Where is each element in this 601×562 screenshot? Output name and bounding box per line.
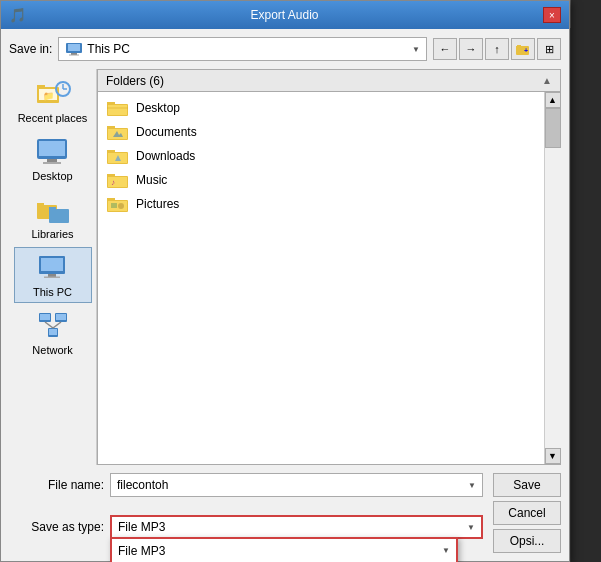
up-folder-button[interactable]: ↑ — [485, 38, 509, 60]
svg-rect-6 — [517, 45, 521, 47]
back-button[interactable]: ← — [433, 38, 457, 60]
scroll-up[interactable]: ▲ — [545, 92, 561, 108]
folder-icon — [106, 146, 130, 166]
svg-rect-28 — [40, 314, 50, 320]
save-in-arrow: ▼ — [412, 45, 420, 54]
svg-rect-30 — [56, 314, 66, 320]
network-icon — [33, 310, 73, 342]
filename-arrow: ▼ — [468, 481, 476, 490]
folders-header-label: Folders (6) — [106, 74, 164, 88]
folder-name: Documents — [136, 125, 197, 139]
save-button[interactable]: Save — [493, 473, 561, 497]
file-name-input[interactable]: filecontoh ▼ — [110, 473, 483, 497]
list-item[interactable]: Desktop — [98, 96, 544, 120]
cancel-button[interactable]: Cancel — [493, 501, 561, 525]
sidebar-item-desktop[interactable]: Desktop — [14, 131, 92, 187]
file-list-area: Folders (6) ▲ — [97, 69, 561, 465]
folder-name: Pictures — [136, 197, 179, 211]
svg-rect-9 — [37, 85, 45, 88]
list-item[interactable]: ♪ Music — [98, 168, 544, 192]
sidebar-item-recent-places[interactable]: 📁 Recent places — [14, 73, 92, 129]
save-in-combo[interactable]: This PC ▼ — [58, 37, 427, 61]
export-audio-dialog: 🎵 Export Audio × Save in: This PC — [0, 0, 570, 562]
title-bar: 🎵 Export Audio × — [1, 1, 569, 29]
sidebar-label-libraries: Libraries — [31, 228, 73, 240]
new-folder-button[interactable]: + — [511, 38, 535, 60]
sidebar-item-this-pc[interactable]: This PC — [14, 247, 92, 303]
folder-name: Music — [136, 173, 167, 187]
sidebar-label-desktop: Desktop — [32, 170, 72, 182]
list-item[interactable]: Documents — [98, 120, 544, 144]
dialog-body: Save in: This PC ▼ ← → ↑ — [1, 29, 569, 561]
dropdown-arrow: ▼ — [442, 546, 450, 555]
file-list-items: Desktop Documents — [98, 92, 544, 464]
svg-text:+: + — [524, 47, 528, 54]
this-pc-icon — [33, 252, 73, 284]
folder-icon — [106, 194, 130, 214]
file-name-row: File name: filecontoh ▼ Save — [9, 473, 561, 497]
list-item[interactable]: Downloads — [98, 144, 544, 168]
file-list-header: Folders (6) ▲ — [98, 70, 560, 92]
libraries-icon — [33, 194, 73, 226]
save-in-value: This PC — [65, 42, 130, 56]
sidebar-label-this-pc: This PC — [33, 286, 72, 298]
recent-places-icon: 📁 — [33, 78, 73, 110]
svg-rect-26 — [44, 277, 60, 279]
bottom-rows: File name: filecontoh ▼ Save Save as typ… — [9, 473, 561, 553]
folder-icon — [106, 98, 130, 118]
desktop-icon — [33, 136, 73, 168]
sidebar-label-recent: Recent places — [18, 112, 88, 124]
sidebar-item-network[interactable]: Network — [14, 305, 92, 361]
svg-rect-20 — [37, 203, 44, 206]
save-type-dropdown: File MP3 ▼ File tarpa telkompres lainnya… — [110, 537, 458, 562]
scroll-thumb[interactable] — [545, 108, 561, 148]
save-in-label: Save in: — [9, 42, 52, 56]
save-type-row: Save as type: File MP3 ▼ Cancel Opsi... … — [9, 501, 561, 553]
svg-point-53 — [118, 203, 124, 209]
save-in-row: Save in: This PC ▼ ← → ↑ — [9, 37, 561, 61]
svg-rect-52 — [111, 203, 117, 208]
folder-name: Downloads — [136, 149, 195, 163]
folder-name: Desktop — [136, 101, 180, 115]
folder-icon: ♪ — [106, 170, 130, 190]
svg-line-34 — [53, 322, 61, 328]
svg-text:♪: ♪ — [111, 178, 115, 187]
dialog-title: Export Audio — [26, 8, 543, 22]
svg-rect-37 — [108, 105, 127, 115]
svg-text:📁: 📁 — [43, 90, 55, 102]
folder-icon — [106, 122, 130, 142]
close-button[interactable]: × — [543, 7, 561, 23]
svg-rect-22 — [49, 207, 56, 210]
save-type-combo[interactable]: File MP3 ▼ — [110, 515, 483, 539]
list-item[interactable]: Pictures — [98, 192, 544, 216]
app-icon: 🎵 — [9, 7, 26, 23]
view-button[interactable]: ⊞ — [537, 38, 561, 60]
scroll-track — [545, 108, 561, 448]
save-type-arrow: ▼ — [467, 523, 475, 532]
scroll-down[interactable]: ▼ — [545, 448, 561, 464]
svg-rect-18 — [43, 162, 61, 164]
sidebar-label-network: Network — [32, 344, 72, 356]
options-button[interactable]: Opsi... — [493, 529, 561, 553]
toolbar-buttons: ← → ↑ + ⊞ — [433, 38, 561, 60]
main-content: 📁 Recent places — [9, 69, 561, 465]
svg-rect-21 — [49, 209, 69, 223]
save-type-label: Save as type: — [9, 520, 104, 534]
svg-rect-51 — [108, 201, 127, 211]
svg-rect-16 — [39, 141, 65, 156]
dropdown-header: File MP3 ▼ — [112, 539, 456, 562]
scrollbar[interactable]: ▲ ▼ — [544, 92, 560, 464]
svg-rect-3 — [69, 55, 79, 56]
sidebar-item-libraries[interactable]: Libraries — [14, 189, 92, 245]
daw-right-panel — [571, 0, 601, 562]
forward-button[interactable]: → — [459, 38, 483, 60]
svg-line-33 — [45, 322, 53, 328]
file-list-content: Desktop Documents — [98, 92, 560, 464]
computer-icon — [65, 42, 83, 56]
action-buttons: Save — [493, 473, 561, 497]
action-buttons-2: Cancel Opsi... — [493, 501, 561, 553]
svg-rect-32 — [49, 329, 57, 335]
title-bar-controls: × — [543, 7, 561, 23]
svg-rect-1 — [68, 44, 80, 51]
scroll-up-button[interactable]: ▲ — [542, 75, 552, 86]
